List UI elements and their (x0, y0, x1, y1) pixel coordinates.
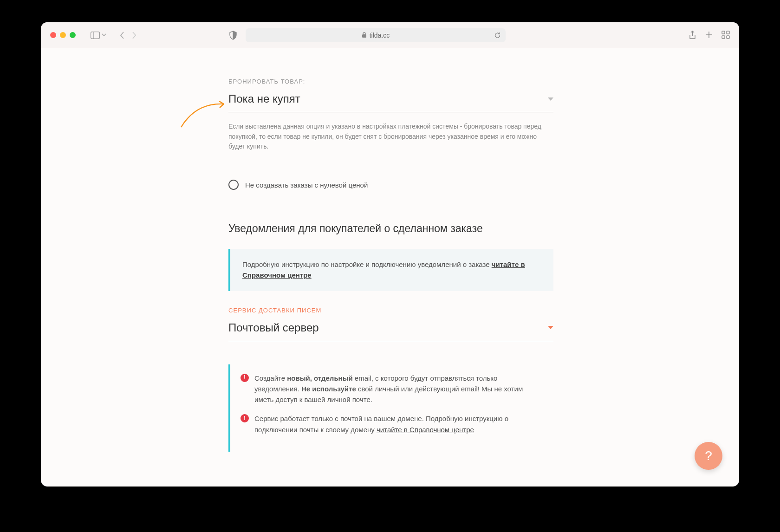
zero-price-label: Не создавать заказы с нулевой ценой (245, 181, 368, 189)
forward-button[interactable] (131, 31, 137, 39)
alert-icon: ! (240, 374, 249, 382)
svg-rect-2 (362, 34, 366, 38)
window-controls (50, 32, 76, 38)
chevron-down-icon (548, 97, 553, 101)
settings-form: БРОНИРОВАТЬ ТОВАР: Пока не купят Если вы… (228, 78, 553, 452)
alert-icon: ! (240, 414, 249, 422)
close-window-button[interactable] (50, 32, 56, 38)
notifications-heading: Уведомления для покупателей о сделанном … (228, 222, 553, 235)
tabs-overview-icon[interactable] (722, 31, 730, 39)
lock-icon (362, 32, 367, 38)
notifications-info-box: Подробную инструкцию по настройке и подк… (228, 249, 553, 291)
warning-item-new-email: ! Создайте новый, отдельный email, с кот… (240, 373, 543, 405)
browser-window: tilda.cc БРОНИРОВАТЬ ТОВАР: Пока не купя… (41, 22, 739, 487)
browser-toolbar: tilda.cc (41, 22, 739, 48)
zero-price-checkbox[interactable]: Не создавать заказы с нулевой ценой (228, 180, 553, 190)
address-bar[interactable]: tilda.cc (246, 28, 506, 42)
reserve-label: БРОНИРОВАТЬ ТОВАР: (228, 78, 553, 85)
mail-service-select[interactable]: Почтовый сервер (228, 321, 553, 341)
chevron-down-icon (548, 326, 553, 329)
nav-arrows (119, 31, 137, 39)
reload-button[interactable] (494, 32, 501, 39)
reserve-select[interactable]: Пока не купят (228, 92, 553, 112)
share-icon[interactable] (689, 31, 696, 40)
warning-text: Сервис работает только с почтой на вашем… (254, 413, 543, 435)
svg-rect-3 (722, 31, 725, 34)
svg-rect-4 (727, 31, 729, 34)
annotation-arrow-icon (177, 96, 228, 128)
warning-text: Создайте новый, отдельный email, с котор… (254, 373, 543, 405)
minimize-window-button[interactable] (60, 32, 66, 38)
reserve-help-text: Если выставлена данная опция и указано в… (228, 122, 553, 152)
warning-item-domain: ! Сервис работает только с почтой на ваш… (240, 413, 543, 435)
svg-rect-5 (722, 36, 725, 39)
sidebar-toggle-button[interactable] (91, 32, 106, 39)
url-text: tilda.cc (370, 32, 390, 39)
toolbar-right (689, 31, 730, 40)
mail-service-value: Почтовый сервер (228, 321, 319, 334)
help-fab-button[interactable]: ? (695, 442, 722, 470)
mail-warnings-box: ! Создайте новый, отдельный email, с кот… (228, 364, 553, 452)
info-text-prefix: Подробную инструкцию по настройке и подк… (242, 260, 492, 268)
help-center-link[interactable]: читайте в Справочном центре (377, 426, 474, 434)
back-button[interactable] (119, 31, 125, 39)
svg-rect-0 (91, 32, 100, 39)
chevron-down-icon (102, 33, 106, 37)
mail-service-label: СЕРВИС ДОСТАВКИ ПИСЕМ (228, 307, 553, 314)
radio-circle-icon (228, 180, 239, 190)
svg-rect-6 (727, 36, 729, 39)
shield-icon[interactable] (229, 31, 237, 40)
reserve-select-value: Пока не купят (228, 92, 300, 105)
maximize-window-button[interactable] (70, 32, 76, 38)
new-tab-icon[interactable] (705, 31, 713, 39)
question-mark-icon: ? (705, 448, 712, 463)
